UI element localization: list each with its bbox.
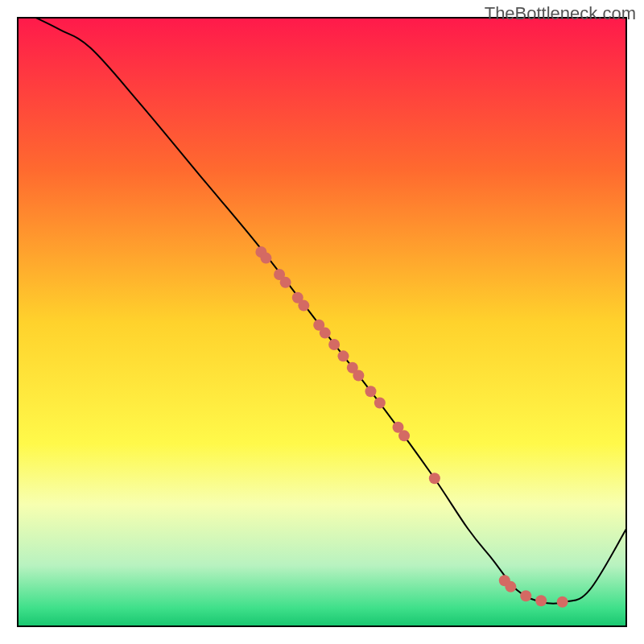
watermark-text: TheBottleneck.com: [485, 3, 636, 24]
scatter-point: [298, 300, 309, 312]
scatter-point: [280, 277, 291, 288]
scatter-point: [328, 339, 340, 350]
scatter-point: [505, 581, 516, 592]
scatter-point: [535, 595, 547, 606]
scatter-point: [429, 473, 440, 484]
scatter-point: [374, 398, 386, 409]
scatter-point: [557, 597, 568, 608]
scatter-point: [320, 328, 331, 339]
scatter-point: [260, 253, 271, 264]
scatter-point: [398, 430, 410, 441]
chart-stage: TheBottleneck.com: [0, 0, 644, 644]
scatter-point: [337, 350, 349, 361]
chart-svg: [0, 0, 644, 644]
scatter-point: [353, 370, 364, 382]
scatter-point: [365, 386, 376, 397]
scatter-point: [520, 590, 531, 601]
